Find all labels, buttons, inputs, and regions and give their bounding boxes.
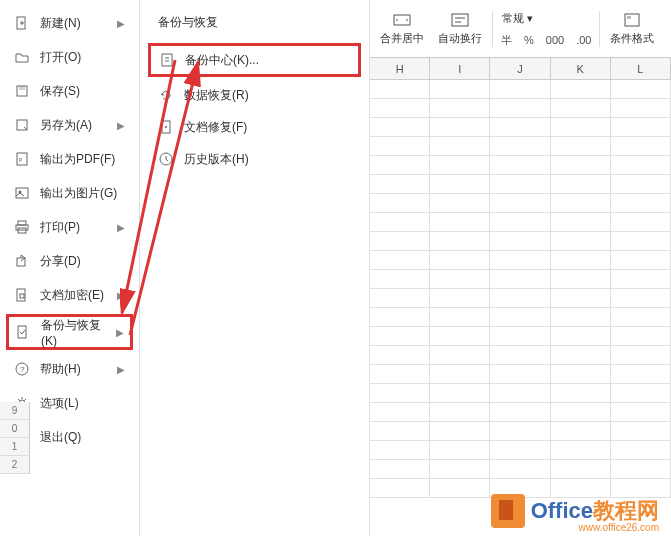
cell[interactable] (370, 80, 430, 98)
cell[interactable] (370, 365, 430, 383)
cell[interactable] (551, 213, 611, 231)
submenu-doc-repair[interactable]: 文档修复(F) (140, 111, 369, 143)
cell[interactable] (551, 194, 611, 212)
cell[interactable] (551, 441, 611, 459)
decrease-decimal-button[interactable]: .00 (572, 32, 595, 48)
col-header[interactable]: K (551, 58, 611, 79)
cell[interactable] (551, 251, 611, 269)
cell[interactable] (490, 327, 550, 345)
cell[interactable] (430, 422, 490, 440)
cell[interactable] (430, 156, 490, 174)
cell[interactable] (551, 403, 611, 421)
cell[interactable] (551, 365, 611, 383)
cell[interactable] (430, 441, 490, 459)
cell[interactable] (611, 213, 671, 231)
cell[interactable] (611, 289, 671, 307)
cell[interactable] (551, 384, 611, 402)
cell[interactable] (430, 80, 490, 98)
cell[interactable] (611, 194, 671, 212)
cell[interactable] (430, 479, 490, 497)
cell[interactable] (611, 365, 671, 383)
cell[interactable] (370, 289, 430, 307)
cell[interactable] (430, 99, 490, 117)
row-number[interactable]: 9 (0, 402, 30, 420)
conditional-format-button[interactable]: 条件格式 (604, 5, 660, 53)
menu-export-image[interactable]: 输出为图片(G) (0, 176, 139, 210)
cell[interactable] (611, 80, 671, 98)
cell[interactable] (490, 251, 550, 269)
cell[interactable] (370, 308, 430, 326)
row-number[interactable]: 0 (0, 420, 30, 438)
cell[interactable] (430, 270, 490, 288)
cell[interactable] (370, 137, 430, 155)
cell[interactable] (370, 346, 430, 364)
menu-share[interactable]: 分享(D) (0, 244, 139, 278)
cell[interactable] (430, 213, 490, 231)
cell[interactable] (430, 251, 490, 269)
cell[interactable] (490, 365, 550, 383)
menu-help[interactable]: ? 帮助(H) ▶ (0, 352, 139, 386)
cell[interactable] (490, 232, 550, 250)
increase-decimal-button[interactable]: 000 (542, 32, 568, 48)
menu-save[interactable]: 保存(S) (0, 74, 139, 108)
col-header[interactable]: I (430, 58, 490, 79)
cell[interactable] (430, 403, 490, 421)
cell[interactable] (611, 232, 671, 250)
cell[interactable] (490, 441, 550, 459)
cell[interactable] (551, 232, 611, 250)
col-header[interactable]: H (370, 58, 430, 79)
cell[interactable] (611, 156, 671, 174)
cell[interactable] (551, 308, 611, 326)
cell[interactable] (611, 422, 671, 440)
cell[interactable] (430, 118, 490, 136)
cell[interactable] (430, 308, 490, 326)
cell[interactable] (370, 99, 430, 117)
cell[interactable] (490, 213, 550, 231)
cell[interactable] (490, 346, 550, 364)
cell[interactable] (611, 99, 671, 117)
submenu-data-recover[interactable]: 数据恢复(R) (140, 79, 369, 111)
cell[interactable] (611, 270, 671, 288)
cell[interactable] (490, 99, 550, 117)
currency-button[interactable]: 半 (497, 31, 516, 50)
cell[interactable] (490, 80, 550, 98)
cell[interactable] (611, 137, 671, 155)
cell[interactable] (370, 175, 430, 193)
cell[interactable] (370, 384, 430, 402)
cell[interactable] (611, 327, 671, 345)
cell[interactable] (551, 422, 611, 440)
cell[interactable] (490, 118, 550, 136)
menu-encrypt[interactable]: 文档加密(E) ▶ (0, 278, 139, 312)
merge-center-button[interactable]: 合并居中 (374, 5, 430, 53)
cell[interactable] (611, 346, 671, 364)
wrap-text-button[interactable]: 自动换行 (432, 5, 488, 53)
col-header[interactable]: J (490, 58, 550, 79)
percent-button[interactable]: % (520, 32, 538, 48)
cell[interactable] (430, 175, 490, 193)
cell[interactable] (490, 137, 550, 155)
cell[interactable] (370, 232, 430, 250)
cell[interactable] (430, 346, 490, 364)
cell[interactable] (551, 175, 611, 193)
cell[interactable] (611, 308, 671, 326)
menu-print[interactable]: 打印(P) ▶ (0, 210, 139, 244)
cell[interactable] (370, 270, 430, 288)
row-number[interactable]: 1 (0, 438, 30, 456)
cell[interactable] (370, 251, 430, 269)
cell[interactable] (490, 194, 550, 212)
cell[interactable] (611, 175, 671, 193)
submenu-history[interactable]: 历史版本(H) (140, 143, 369, 175)
cell[interactable] (490, 308, 550, 326)
menu-save-as[interactable]: 另存为(A) ▶ (0, 108, 139, 142)
cell[interactable] (551, 137, 611, 155)
cell[interactable] (370, 156, 430, 174)
cell[interactable] (611, 118, 671, 136)
cell[interactable] (490, 270, 550, 288)
cell[interactable] (611, 403, 671, 421)
number-format-dropdown[interactable]: 常规 ▾ (497, 8, 595, 29)
cell[interactable] (370, 460, 430, 478)
menu-open[interactable]: 打开(O) (0, 40, 139, 74)
cell[interactable] (370, 327, 430, 345)
cell[interactable] (551, 460, 611, 478)
cell[interactable] (370, 194, 430, 212)
